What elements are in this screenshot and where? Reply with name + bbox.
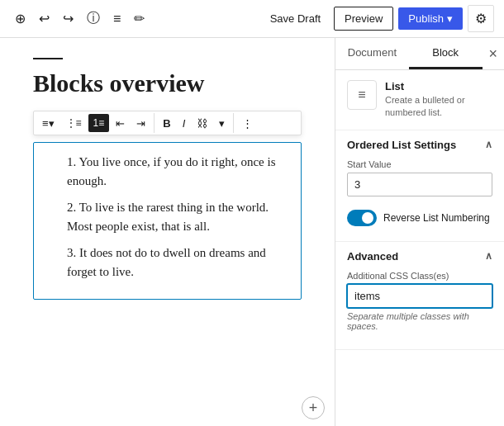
list-dropdown-icon: ≡▾: [42, 117, 55, 130]
ordered-list-settings-body: Start Value Reverse List Numbering: [335, 159, 504, 241]
add-icon: ⊕: [15, 11, 26, 26]
list-view-button[interactable]: ≡: [108, 7, 126, 31]
ordered-settings-label: Ordered List Settings: [347, 139, 456, 151]
indent-dec-icon: ⇤: [116, 117, 125, 130]
list-type-dropdown-button[interactable]: ≡▾: [37, 114, 59, 133]
sidebar: Document Block × ≡ List Create a bullete…: [335, 38, 504, 426]
list-item[interactable]: It does not do to dwell on dreams and fo…: [67, 244, 288, 281]
more-dropdown-button[interactable]: ▾: [214, 114, 230, 133]
add-block-toolbar-button[interactable]: ⊕: [10, 6, 31, 31]
link-icon: ⛓: [197, 117, 207, 130]
advanced-settings-chevron: ∧: [485, 250, 492, 262]
italic-icon: I: [183, 117, 186, 130]
ordered-list-settings-section: Ordered List Settings ∧ Start Value Reve…: [335, 130, 504, 242]
start-value-label: Start Value: [347, 159, 492, 169]
tools-button[interactable]: ✏: [129, 6, 150, 31]
sidebar-tabs: Document Block ×: [335, 38, 504, 70]
settings-icon: ⚙: [475, 11, 487, 26]
bold-button[interactable]: B: [158, 114, 175, 133]
add-circle-icon: +: [309, 400, 318, 417]
settings-button[interactable]: ⚙: [468, 5, 494, 32]
list-item[interactable]: You live once, if you do it right, once …: [67, 153, 288, 190]
start-value-group: Start Value: [347, 159, 492, 196]
start-value-input[interactable]: [347, 173, 492, 196]
toolbar-divider-2: [233, 113, 234, 133]
block-desc: Create a bulleted or numbered list.: [385, 94, 492, 120]
top-bar: ⊕ ↩ ↪ ⓘ ≡ ✏ Save Draft Preview Publish ▾…: [0, 0, 504, 38]
tab-block[interactable]: Block: [409, 38, 483, 69]
indent-decrease-button[interactable]: ⇤: [111, 114, 130, 133]
add-block-circle-button[interactable]: +: [302, 396, 325, 419]
css-class-input[interactable]: [347, 284, 492, 308]
more-icon: ▾: [219, 117, 225, 130]
ordered-list-settings-header[interactable]: Ordered List Settings ∧: [335, 130, 504, 159]
main-area: Blocks overview ≡▾ ⋮≡ 1≡ ⇤ ⇥: [0, 38, 504, 426]
reverse-toggle-row: Reverse List Numbering: [347, 205, 492, 231]
ordered-settings-chevron: ∧: [485, 139, 492, 150]
unordered-list-button[interactable]: ⋮≡: [61, 114, 87, 132]
block-icon-box: ≡: [347, 80, 377, 110]
advanced-label: Advanced: [347, 250, 398, 263]
editor-title[interactable]: Blocks overview: [33, 69, 302, 97]
undo-icon: ↩: [39, 11, 50, 26]
list-item[interactable]: To live is the rarest thing in the world…: [67, 198, 288, 235]
tools-icon: ✏: [134, 11, 145, 26]
publish-arrow: ▾: [447, 12, 453, 25]
editor-content: Blocks overview ≡▾ ⋮≡ 1≡ ⇤ ⇥: [0, 38, 335, 390]
unordered-icon: ⋮≡: [66, 117, 82, 129]
toolbar-divider-1: [154, 113, 155, 133]
preview-button[interactable]: Preview: [334, 7, 393, 31]
list-view-icon: ≡: [113, 12, 121, 26]
info-button[interactable]: ⓘ: [82, 5, 105, 32]
block-info-text: List Create a bulleted or numbered list.: [385, 80, 492, 120]
overflow-icon: ⋮: [242, 117, 253, 130]
editor-area: Blocks overview ≡▾ ⋮≡ 1≡ ⇤ ⇥: [0, 38, 335, 426]
undo-button[interactable]: ↩: [34, 6, 55, 31]
italic-button[interactable]: I: [178, 114, 191, 133]
block-name: List: [385, 80, 492, 92]
bold-icon: B: [163, 117, 170, 130]
publish-button[interactable]: Publish ▾: [398, 7, 463, 30]
sidebar-close-button[interactable]: ×: [483, 39, 505, 69]
redo-icon: ↪: [63, 11, 74, 26]
list-block[interactable]: You live once, if you do it right, once …: [33, 142, 302, 300]
css-hint: Separate multiple classes with spaces.: [347, 311, 492, 331]
advanced-settings-body: Additional CSS Class(es) Separate multip…: [335, 271, 504, 349]
save-draft-button[interactable]: Save Draft: [262, 7, 329, 30]
link-button[interactable]: ⛓: [192, 114, 212, 133]
toggle-slider: [347, 210, 377, 226]
ordered-icon: 1≡: [93, 117, 105, 129]
ordered-list-button[interactable]: 1≡: [88, 114, 110, 132]
top-bar-left: ⊕ ↩ ↪ ⓘ ≡ ✏: [10, 5, 257, 32]
css-class-label: Additional CSS Class(es): [347, 271, 492, 281]
block-toolbar: ≡▾ ⋮≡ 1≡ ⇤ ⇥ B I: [33, 111, 302, 135]
top-bar-right: Save Draft Preview Publish ▾ ⚙: [262, 5, 494, 32]
tab-document[interactable]: Document: [335, 38, 409, 69]
info-icon: ⓘ: [87, 10, 100, 27]
reverse-label: Reverse List Numbering: [383, 212, 490, 224]
indent-increase-button[interactable]: ⇥: [131, 114, 150, 133]
redo-button[interactable]: ↪: [58, 6, 78, 31]
publish-label: Publish: [408, 12, 444, 25]
advanced-settings-section: Advanced ∧ Additional CSS Class(es) Sepa…: [335, 242, 504, 350]
overflow-menu-button[interactable]: ⋮: [237, 114, 258, 133]
advanced-settings-header[interactable]: Advanced ∧: [335, 242, 504, 271]
block-info: ≡ List Create a bulleted or numbered lis…: [335, 70, 504, 130]
reverse-toggle[interactable]: [347, 210, 377, 226]
block-list-icon: ≡: [358, 88, 365, 102]
editor-hr: [33, 58, 63, 59]
css-class-group: Additional CSS Class(es) Separate multip…: [347, 271, 492, 331]
indent-inc-icon: ⇥: [136, 117, 145, 130]
add-block-area: +: [0, 390, 335, 426]
ordered-list: You live once, if you do it right, once …: [47, 153, 288, 281]
